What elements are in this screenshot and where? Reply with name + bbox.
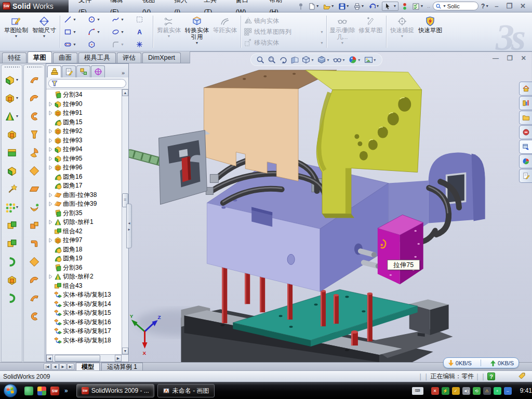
hud-zoom-fit-button[interactable] xyxy=(256,56,264,64)
point-tool-button[interactable] xyxy=(134,38,151,50)
hud-zoom-area-button[interactable] xyxy=(268,56,276,64)
tree-item[interactable]: 实体-移动/复制13 xyxy=(46,290,122,300)
features-tool-11[interactable] xyxy=(2,252,22,271)
model-tab[interactable]: 模型 xyxy=(76,363,100,370)
tree-item[interactable]: 曲面-拉伸38 xyxy=(46,191,122,200)
mold-tool-10[interactable] xyxy=(24,234,44,252)
featuremanager-design-tree-tab[interactable] xyxy=(47,65,61,77)
tree-filter-input[interactable] xyxy=(48,79,126,88)
tree-horizontal-scrollbar[interactable]: ◀ ▶ xyxy=(46,354,128,362)
ellipse-tool-button[interactable]: ▼ xyxy=(110,25,134,38)
tree-item[interactable]: 组合42 xyxy=(46,227,122,236)
tree-item[interactable]: 实体-移动/复制14 xyxy=(46,300,122,309)
pin-button[interactable] xyxy=(296,2,305,10)
options-checklist-button[interactable]: ▼ xyxy=(411,2,424,10)
motion-study-tab[interactable]: 运动算例 1 xyxy=(101,363,143,370)
nav-last-button[interactable]: ▶| xyxy=(67,363,74,370)
smart-dimension-button[interactable]: 智能尺寸▼ xyxy=(30,14,58,50)
configurationmanager-tab[interactable] xyxy=(76,65,90,77)
expand-arrow-icon[interactable] xyxy=(47,128,54,134)
features-tool-12[interactable] xyxy=(2,271,22,289)
features-tool-10[interactable] xyxy=(2,234,22,252)
task-pane-tab-design-library[interactable] xyxy=(519,96,532,110)
graphics-viewport[interactable]: 拉伸75 Y Z X xyxy=(129,51,532,362)
mold-tool-1[interactable] xyxy=(24,71,44,89)
spline-tool-button[interactable]: ▼ xyxy=(110,13,134,25)
tray-certificate-icon[interactable]: ✓ xyxy=(452,387,460,395)
app-close-button[interactable]: ✕ xyxy=(517,1,529,12)
taskbar-clock[interactable]: 9:41 xyxy=(520,387,532,394)
expand-arrow-icon[interactable] xyxy=(47,237,54,243)
nav-first-button[interactable]: |◀ xyxy=(44,363,51,370)
hud-display-style-button[interactable]: ▼ xyxy=(317,56,330,64)
tree-item[interactable]: 圆角17 xyxy=(46,181,122,191)
app-restore-button[interactable]: ❐ xyxy=(503,1,515,12)
tab-features[interactable]: 特征 xyxy=(2,52,26,63)
open-document-button[interactable]: ▼ xyxy=(322,2,336,10)
features-tool-7[interactable] xyxy=(2,180,22,198)
mold-tool-7[interactable] xyxy=(24,180,44,198)
scroll-right-button[interactable]: ▶ xyxy=(115,355,122,362)
taskbar-window-2[interactable]: 未命名 - 画图 xyxy=(157,384,215,397)
tree-item[interactable]: 拉伸97 xyxy=(46,236,122,245)
expand-arrow-icon[interactable] xyxy=(47,110,54,116)
toolbar-drag-handle[interactable] xyxy=(26,66,42,69)
tree-item[interactable]: 拉伸92 xyxy=(46,127,122,136)
tree-item[interactable]: 组合43 xyxy=(46,282,122,291)
tab-mold-tools[interactable]: 模具工具 xyxy=(78,52,116,63)
features-tool-4[interactable] xyxy=(2,125,22,143)
mold-tool-14[interactable] xyxy=(24,307,44,325)
quicklaunch-overflow-chevron[interactable]: » xyxy=(64,387,68,394)
circle-tool-button[interactable]: ▼ xyxy=(86,13,110,25)
features-tool-1[interactable]: ▼ xyxy=(2,71,22,89)
doc-restore-button[interactable]: ❐ xyxy=(504,54,516,62)
mold-tool-6[interactable] xyxy=(24,162,44,180)
doc-minimize-button[interactable]: — xyxy=(489,54,502,62)
undo-button[interactable]: ▼ xyxy=(367,2,381,10)
save-button[interactable]: ▼ xyxy=(337,2,351,10)
features-tool-9[interactable] xyxy=(2,216,22,234)
task-pane-tab-file-explorer[interactable] xyxy=(519,111,532,125)
tray-network-warning-icon[interactable]: ⚠ xyxy=(483,387,491,395)
tree-item[interactable]: 实体-移动/复制15 xyxy=(46,309,122,318)
tab-surfaces[interactable]: 曲面 xyxy=(53,52,77,63)
panel-splitter-handle[interactable]: ◂▸ xyxy=(126,204,132,248)
mold-tool-12[interactable] xyxy=(24,271,44,289)
box-select-tool-button[interactable] xyxy=(134,13,151,25)
task-pane-tab-toolbox[interactable] xyxy=(519,125,532,139)
mold-tool-8[interactable] xyxy=(24,198,44,216)
text-tool-button[interactable]: A xyxy=(134,25,151,38)
expand-arrow-icon[interactable] xyxy=(47,138,54,143)
doc-close-button[interactable]: ✕ xyxy=(518,54,529,62)
nav-prev-button[interactable]: ◀ xyxy=(51,363,59,370)
mold-tool-2[interactable] xyxy=(24,89,44,107)
expand-arrow-icon[interactable] xyxy=(47,165,54,170)
features-tool-5[interactable] xyxy=(2,143,22,162)
app-minimize-button[interactable]: – xyxy=(491,1,501,12)
mold-tool-5[interactable] xyxy=(24,143,44,162)
more-tabs-chevron[interactable]: » xyxy=(122,70,127,77)
task-pane-tab-appearances-scenes[interactable] xyxy=(519,154,532,168)
help-button[interactable]: ?▼ xyxy=(480,2,490,10)
mold-tool-9[interactable] xyxy=(24,216,44,234)
rapid-sketch-button[interactable]: 快速草图 xyxy=(416,14,444,50)
start-button[interactable] xyxy=(3,383,18,398)
expand-arrow-icon[interactable] xyxy=(47,201,54,207)
task-pane-tab-view-palette[interactable] xyxy=(519,140,532,154)
mold-tool-13[interactable] xyxy=(24,289,44,307)
features-tool-13[interactable] xyxy=(2,289,22,307)
tray-messenger-icon[interactable]: – xyxy=(504,387,512,395)
tree-item[interactable]: 拉伸90 xyxy=(46,100,122,109)
task-pane-tab-custom-properties[interactable] xyxy=(519,169,532,183)
tray-antivirus-shield-icon[interactable]: ⚡ xyxy=(442,387,449,395)
tree-item[interactable]: 拉伸96 xyxy=(46,163,122,172)
tree-item[interactable]: 拉伸95 xyxy=(46,154,122,164)
nav-next-button[interactable]: ▶ xyxy=(59,363,66,370)
tree-item[interactable]: 分割36 xyxy=(46,263,122,273)
hud-hide-show-items-button[interactable]: ▼ xyxy=(333,56,345,64)
tree-item[interactable]: 圆角15 xyxy=(46,118,122,127)
expand-arrow-icon[interactable] xyxy=(47,156,54,162)
tree-item[interactable]: 实体-移动/复制17 xyxy=(46,327,122,336)
tree-item[interactable]: 实体-移动/复制16 xyxy=(46,318,122,327)
features-tool-6[interactable] xyxy=(2,162,22,180)
